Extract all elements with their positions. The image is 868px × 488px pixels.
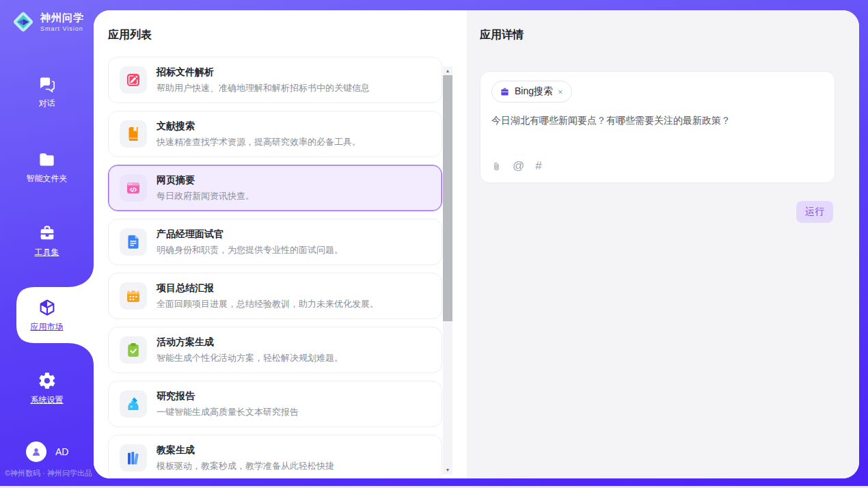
- ink-pen-icon: [125, 396, 141, 412]
- calendar-icon: [125, 288, 141, 304]
- app-list-items: 招标文件解析 帮助用户快速、准确地理解和解析招标书中的关键信息 文献搜索 快速精…: [108, 57, 442, 478]
- app-icon-container: [120, 66, 147, 94]
- app-card[interactable]: 文献搜索 快速精准查找学术资源，提高研究效率的必备工具。: [108, 111, 442, 157]
- sidebar-item-label: 对话: [39, 98, 55, 109]
- cube-icon: [38, 298, 57, 317]
- sidebar-item-smart-folder[interactable]: 智能文件夹: [0, 150, 94, 185]
- tool-tag-label: Bing搜索: [515, 85, 553, 98]
- app-icon-container: [120, 228, 147, 256]
- sidebar: 神州问学 Smart Vision 对话 智能文件夹 工具集: [0, 0, 94, 486]
- brand: 神州问学 Smart Vision: [11, 10, 84, 34]
- app-description: 全面回顾项目进展，总结经验教训，助力未来优化发展。: [157, 298, 379, 310]
- scrollbar-thumb[interactable]: [443, 75, 452, 321]
- mention-icon[interactable]: @: [513, 159, 524, 173]
- query-input[interactable]: 今日湖北有哪些新闻要点？有哪些需要关注的最新政策？: [491, 115, 824, 159]
- books-icon: [125, 450, 141, 466]
- app-name: 网页摘要: [157, 174, 254, 187]
- interview-icon: [125, 234, 141, 250]
- sidebar-item-chat[interactable]: 对话: [0, 75, 94, 109]
- edit-doc-icon: [125, 72, 141, 88]
- scrollbar-track[interactable]: ▲ ▼: [443, 66, 452, 474]
- app-detail-title: 应用详情: [480, 28, 835, 42]
- app-name: 文献搜索: [157, 120, 361, 133]
- sidebar-item-label: 工具集: [35, 247, 59, 258]
- brand-name: 神州问学: [40, 12, 84, 25]
- brand-logo-icon: [11, 10, 36, 34]
- input-toolbar: @ #: [491, 159, 824, 176]
- sidebar-item-label: 系统设置: [31, 394, 64, 406]
- user-account[interactable]: AD: [26, 442, 68, 462]
- app-card[interactable]: 招标文件解析 帮助用户快速、准确地理解和解析招标书中的关键信息: [108, 57, 442, 103]
- attachment-icon[interactable]: [491, 161, 502, 172]
- app-description: 模板驱动，教案秒成，教学准备从此轻松快捷: [157, 460, 334, 472]
- app-card[interactable]: 教案生成 模板驱动，教案秒成，教学准备从此轻松快捷: [108, 435, 442, 478]
- app-icon-container: [120, 444, 147, 472]
- browser-code-icon: [125, 180, 141, 196]
- scrollbar-down-icon[interactable]: ▼: [443, 465, 452, 474]
- sidebar-item-toolbox[interactable]: 工具集: [0, 223, 94, 258]
- app-card[interactable]: 研究报告 一键智能生成高质量长文本研究报告: [108, 381, 442, 427]
- toolbox-icon: [38, 223, 57, 243]
- user-initials: AD: [55, 446, 68, 457]
- tag-close-icon[interactable]: ×: [558, 87, 563, 96]
- app-description: 快速精准查找学术资源，提高研究效率的必备工具。: [157, 136, 361, 148]
- app-list-panel: 应用列表 招标文件解析 帮助用户快速、准确地理解和解析招标书中的关键信息 文献搜…: [94, 10, 467, 478]
- sidebar-item-settings[interactable]: 系统设置: [0, 371, 94, 406]
- app-name: 活动方案生成: [157, 336, 343, 349]
- brand-subtitle: Smart Vision: [40, 25, 84, 32]
- app-name: 教案生成: [157, 444, 334, 457]
- avatar: [26, 442, 46, 462]
- app-name: 研究报告: [157, 390, 299, 403]
- folder-icon: [38, 150, 56, 169]
- app-name: 项目总结汇报: [157, 282, 379, 295]
- clipboard-check-icon: [125, 342, 141, 358]
- app-card[interactable]: 活动方案生成 智能生成个性化活动方案，轻松解决规划难题。: [108, 327, 442, 373]
- sidebar-item-label: 应用市场: [31, 321, 64, 333]
- hash-icon[interactable]: #: [535, 159, 541, 173]
- user-icon: [30, 446, 42, 458]
- gear-icon: [38, 371, 57, 390]
- app-description: 智能生成个性化活动方案，轻松解决规划难题。: [157, 352, 343, 364]
- app-description: 一键智能生成高质量长文本研究报告: [157, 406, 299, 418]
- tool-tag-bing-search: Bing搜索 ×: [491, 81, 572, 103]
- sidebar-item-app-market[interactable]: 应用市场: [0, 265, 94, 365]
- app-icon-container: [120, 174, 147, 202]
- app-run-card: Bing搜索 × 今日湖北有哪些新闻要点？有哪些需要关注的最新政策？ @ #: [480, 71, 835, 183]
- app-card[interactable]: 产品经理面试官 明确身份和职责，为您提供专业性的面试问题。: [108, 219, 442, 265]
- app-card[interactable]: 项目总结汇报 全面回顾项目进展，总结经验教训，助力未来优化发展。: [108, 273, 442, 319]
- run-button[interactable]: 运行: [796, 201, 833, 223]
- main-window: 应用列表 招标文件解析 帮助用户快速、准确地理解和解析招标书中的关键信息 文献搜…: [94, 10, 859, 478]
- app-card[interactable]: 网页摘要 每日政府新闻资讯快查。: [108, 165, 442, 211]
- scrollbar-up-icon[interactable]: ▲: [443, 66, 452, 75]
- book-icon: [125, 126, 141, 142]
- sidebar-item-label: 智能文件夹: [27, 173, 68, 185]
- chat-icon: [38, 75, 56, 94]
- app-description: 明确身份和职责，为您提供专业性的面试问题。: [157, 244, 343, 256]
- briefcase-icon: [500, 87, 510, 97]
- app-icon-container: [120, 390, 147, 418]
- app-description: 每日政府新闻资讯快查。: [157, 190, 254, 202]
- app-description: 帮助用户快速、准确地理解和解析招标书中的关键信息: [157, 82, 370, 94]
- app-name: 产品经理面试官: [157, 228, 343, 241]
- app-name: 招标文件解析: [157, 66, 370, 79]
- app-icon-container: [120, 120, 147, 148]
- app-detail-panel: 应用详情 Bing搜索 × 今日湖北有哪些新闻要点？有哪些需要关注的最新政策？ …: [467, 10, 859, 478]
- app-icon-container: [120, 336, 147, 364]
- app-icon-container: [120, 282, 147, 310]
- app-list-title: 应用列表: [108, 28, 442, 42]
- sidebar-footer: ©神州数码 · 神州问学出品: [5, 468, 94, 478]
